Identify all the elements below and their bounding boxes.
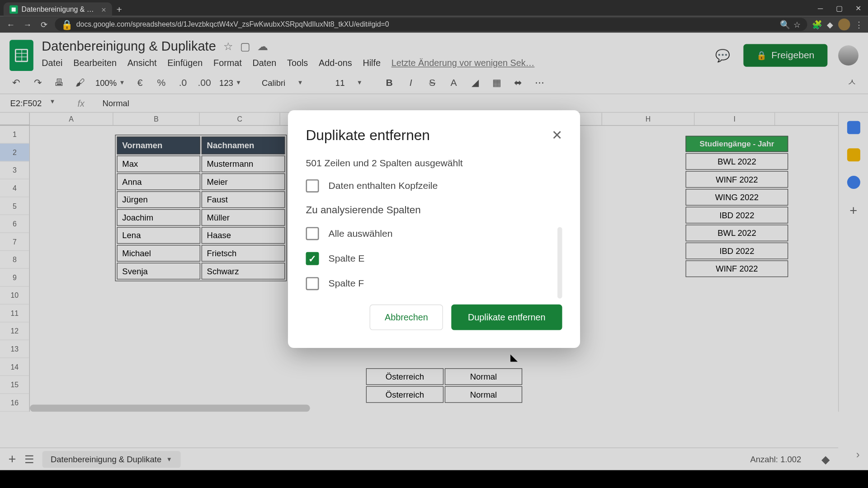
dialog-close-icon[interactable]: ✕ bbox=[552, 127, 562, 143]
extensions-icon[interactable]: 🧩 bbox=[812, 20, 822, 29]
confirm-button[interactable]: Duplikate entfernen bbox=[451, 305, 562, 330]
address-bar: ← → ⟳ 🔒 docs.google.com/spreadsheets/d/1… bbox=[0, 16, 868, 33]
dialog-info-text: 501 Zeilen und 2 Spalten ausgewählt bbox=[306, 158, 562, 169]
browser-tab-strip: ▦ Datenbereinigung & Duplikate - × + ─ ▢… bbox=[0, 0, 868, 16]
letterbox bbox=[0, 470, 868, 488]
url-text: docs.google.com/spreadsheets/d/1Jevzbkqc… bbox=[76, 20, 776, 28]
new-tab-button[interactable]: + bbox=[112, 2, 127, 16]
nav-reload-icon[interactable]: ⟳ bbox=[38, 20, 50, 29]
header-row-checkbox-row[interactable]: Daten enthalten Kopfzeile bbox=[306, 179, 562, 192]
column-f-checkbox[interactable] bbox=[306, 277, 319, 290]
nav-back-icon[interactable]: ← bbox=[5, 20, 17, 29]
header-row-label: Daten enthalten Kopfzeile bbox=[329, 181, 438, 192]
select-all-label: Alle auswählen bbox=[329, 228, 393, 239]
star-icon[interactable]: ☆ bbox=[793, 20, 801, 29]
window-maximize-icon[interactable]: ▢ bbox=[830, 0, 849, 16]
column-f-label: Spalte F bbox=[329, 278, 364, 289]
zoom-icon[interactable]: 🔍 bbox=[780, 20, 790, 29]
mouse-cursor: ◣ bbox=[510, 352, 518, 363]
tab-close-icon[interactable]: × bbox=[101, 5, 106, 14]
columns-section-title: Zu analysierende Spalten bbox=[306, 204, 562, 216]
header-row-checkbox[interactable] bbox=[306, 179, 319, 192]
dialog-overlay: Duplikate entfernen ✕ 501 Zeilen und 2 S… bbox=[0, 33, 868, 470]
browser-profile-avatar[interactable] bbox=[838, 19, 850, 30]
select-all-checkbox[interactable] bbox=[306, 227, 319, 240]
extension-icon[interactable]: ◆ bbox=[827, 20, 834, 29]
cancel-button[interactable]: Abbrechen bbox=[370, 305, 443, 330]
dialog-title: Duplikate entfernen bbox=[306, 127, 429, 144]
scrollbar[interactable] bbox=[557, 227, 562, 298]
column-e-checkbox[interactable]: ✓ bbox=[306, 252, 319, 265]
sheets-favicon: ▦ bbox=[9, 5, 18, 13]
lock-icon: 🔒 bbox=[61, 19, 73, 30]
window-close-icon[interactable]: ✕ bbox=[849, 0, 868, 16]
column-e-row[interactable]: ✓ Spalte E bbox=[306, 252, 551, 265]
browser-menu-icon[interactable]: ⋮ bbox=[855, 20, 863, 29]
remove-duplicates-dialog: Duplikate entfernen ✕ 501 Zeilen und 2 S… bbox=[288, 110, 580, 348]
column-f-row[interactable]: Spalte F bbox=[306, 277, 551, 290]
nav-forward-icon[interactable]: → bbox=[21, 20, 33, 29]
window-minimize-icon[interactable]: ─ bbox=[811, 0, 830, 16]
tab-title: Datenbereinigung & Duplikate - bbox=[21, 5, 98, 13]
url-input[interactable]: 🔒 docs.google.com/spreadsheets/d/1Jevzbk… bbox=[55, 18, 807, 31]
browser-tab[interactable]: ▦ Datenbereinigung & Duplikate - × bbox=[4, 2, 112, 16]
column-e-label: Spalte E bbox=[329, 253, 365, 264]
select-all-row[interactable]: Alle auswählen bbox=[306, 227, 551, 240]
